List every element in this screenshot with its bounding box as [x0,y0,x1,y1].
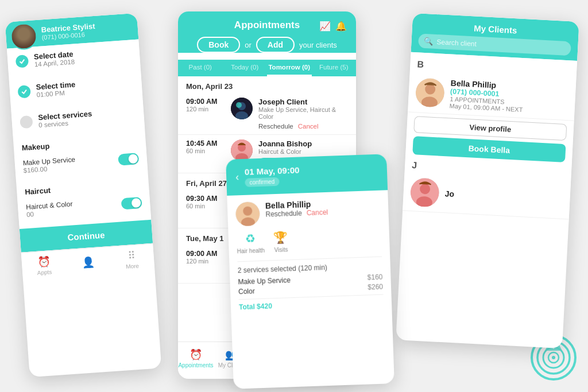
tab-today[interactable]: Today (0) [223,60,268,76]
booking-phone: Beatrice Stylist (071) 000-0016 Select d… [5,13,162,378]
appt-time-col-joseph2: 09:30 AM 60 min [186,195,225,209]
appt-time-joanna: 10:45 AM [186,139,225,148]
detail-client-row: Bella Phillip Reschedule Cancel [235,197,381,227]
detail-date: 01 May, 09:00 [245,162,378,177]
nav-item-appointments[interactable]: ⏰ Appointments [178,348,214,368]
makeup-service-item: Make Up Service $160.00 [22,151,139,174]
detail-action-buttons: Reschedule Cancel [265,208,328,219]
grid-icon: ⠿ [127,249,136,262]
your-clients-text: your clients [299,41,337,49]
svg-point-27 [552,356,555,359]
appt-services-joanna: Haircut & Color [258,148,356,155]
date-header-apr23: Mon, April 23 [178,76,356,93]
appt-duration-joseph2: 60 min [186,203,225,209]
reschedule-button[interactable]: Reschedule [258,123,293,130]
bell-icon[interactable]: 🔔 [335,21,347,32]
haircut-service-item: Haircut & Color 00 [26,195,142,218]
confirmed-status-badge: confirmed [245,177,279,187]
tab-future[interactable]: Future (5) [312,60,357,76]
book-button[interactable]: Book [197,37,240,53]
tab-tomorrow[interactable]: Tomorrow (0) [267,60,312,76]
tab-past[interactable]: Past (0) [178,60,223,76]
nav-appointments-label: Appts [37,269,52,276]
time-check-icon [17,84,30,98]
total-value: Total $420 [239,302,272,311]
haircut-toggle[interactable] [121,197,142,209]
chart-icon[interactable]: 📈 [319,21,331,32]
detail-header-info: 01 May, 09:00 confirmed [245,162,378,187]
appointments-header: Appointments 📈 🔔 Book or Add your client… [178,11,356,53]
appt-time: 09:00 AM [186,98,225,106]
clients-body: B Bella Phillip (071) 000-0001 1 APPOINT… [403,52,578,224]
hair-health-icon: ♻ [245,231,256,246]
detail-body: Bella Phillip Reschedule Cancel ♻ Hair h… [227,190,392,319]
search-icon: 🔍 [424,37,434,46]
clock-icon-nav: ⏰ [189,348,202,361]
detail-stats-row: ♻ Hair health 🏆 Visits [237,227,382,255]
services-info: Select services 0 services [38,106,136,129]
svg-point-3 [236,102,242,108]
appt-info-joseph1: Joseph Client Make Up Service, Haircut &… [258,98,348,130]
bella-client-avatar [415,77,446,108]
visits-label: Visits [274,246,288,253]
appt-services: Make Up Service, Haircut & Color [258,106,348,120]
nav-more-left[interactable]: ⠿ More [109,248,154,271]
appt-item-joseph1: 09:00 AM 120 min Joseph Client Make Up S… [178,93,356,135]
back-icon[interactable]: ‹ [235,171,239,183]
hair-health-stat: ♻ Hair health [237,231,265,255]
select-services-section[interactable]: Select services 0 services [11,100,145,136]
search-placeholder-text: Search client [436,38,477,48]
services-count: 2 services selected (120 min) [238,262,382,275]
service-name-makeup: Make Up Service [238,276,291,286]
book-bella-button[interactable]: Book Bella [412,136,566,162]
detail-header: ‹ 01 May, 09:00 confirmed [226,154,388,196]
visits-stat: 🏆 Visits [273,230,288,253]
time-info: Select time 01:00 PM [36,76,134,98]
service-name-color: Color [238,287,255,296]
person-icon: 👤 [81,255,94,269]
service-price-makeup: $160 [367,273,382,282]
appointments-tabs: Past (0) Today (0) Tomorrow (0) Future (… [178,60,356,76]
appt-time-col-bella: 09:00 AM 120 min [186,250,225,265]
joseph-avatar-1 [231,98,253,119]
visits-icon: 🏆 [273,230,288,244]
detail-client-name-col: Bella Phillip Reschedule Cancel [265,199,328,226]
appt-duration: 120 min [186,106,225,112]
service-price-color: $260 [368,283,383,292]
detail-services-section: 2 services selected (120 min) Make Up Se… [237,257,384,312]
appt-name: Joseph Client [258,98,348,106]
book-add-row: Book or Add your clients [187,37,347,53]
detail-cancel-button[interactable]: Cancel [307,208,328,217]
jo-info: Jo [444,189,563,204]
appointment-detail-card: ‹ 01 May, 09:00 confirmed Bella Phillip … [226,154,394,389]
nav-more-label: More [126,263,140,270]
detail-total-row: Total $420 [239,294,384,312]
client-row-jo: Jo [403,172,571,219]
clients-phone: My Clients 🔍 Search client B Bella Phill… [396,13,579,348]
date-info: Select date 14 April, 2018 [33,46,131,68]
joanna-avatar [231,139,253,161]
appt-duration-bella: 120 min [186,258,225,265]
or-text: or [245,41,252,49]
nav-appointments-label: Appointments [178,362,213,368]
hair-health-label: Hair health [237,247,265,255]
makeup-toggle[interactable] [118,153,139,165]
header-icons: 📈 🔔 [319,21,347,32]
nav-appointments[interactable]: ⏰ Appts [21,254,67,277]
appt-time-col-joanna: 10:45 AM 60 min [186,139,225,154]
bella-info: Bella Phillip (071) 000-0001 1 APPOINTME… [449,78,569,115]
jo-partial-name: Jo [444,189,563,204]
appt-duration-joanna: 60 min [186,148,225,154]
services-check-icon [20,115,33,128]
cancel-button[interactable]: Cancel [298,123,319,130]
appt-name-joanna: Joanna Bishop [258,139,356,148]
detail-reschedule-button[interactable]: Reschedule [265,209,302,218]
nav-clients[interactable]: 👤 [65,255,110,270]
detail-client-avatar [235,201,260,226]
date-check-icon [16,55,29,68]
add-button[interactable]: Add [256,37,295,53]
appt-time-joseph2: 09:30 AM [186,195,225,203]
jo-client-avatar [410,177,440,208]
select-time-section[interactable]: Select time 01:00 PM [9,69,143,106]
appt-time-bella: 09:00 AM [186,250,225,258]
